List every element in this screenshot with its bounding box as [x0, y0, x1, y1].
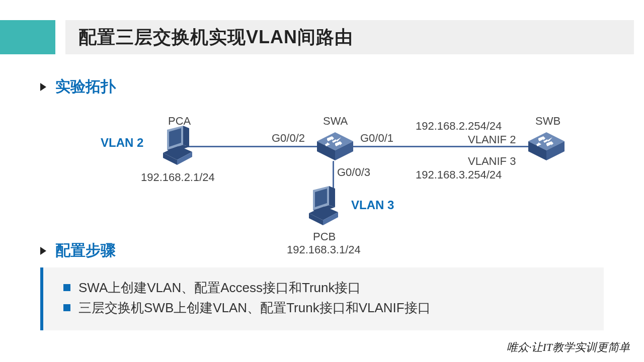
- swa-name: SWA: [323, 115, 348, 128]
- steps-box: SWA上创建VLAN、配置Access接口和Trunk接口 三层交换机SWB上创…: [40, 267, 604, 330]
- section-label: 配置步骤: [55, 240, 116, 261]
- page-title: 配置三层交换机实现VLAN间路由: [78, 25, 353, 50]
- square-bullet-icon: [63, 304, 70, 311]
- footer-slogan: 唯众·让IT教学实训更简单: [507, 340, 630, 355]
- svg-marker-27: [329, 186, 335, 207]
- swa-g3: G0/0/3: [337, 166, 370, 179]
- section-steps: 配置步骤: [40, 240, 116, 261]
- section-topology: 实验拓扑: [40, 76, 116, 97]
- swa-g1: G0/0/1: [360, 132, 393, 145]
- vlan2-label: VLAN 2: [101, 136, 143, 150]
- swb-vlanif2-ip: 192.168.2.254/24: [416, 120, 502, 133]
- swb-vlanif3-ip: 192.168.3.254/24: [416, 168, 502, 182]
- pcb-ip: 192.168.3.1/24: [287, 243, 361, 256]
- section-label: 实验拓扑: [55, 76, 116, 97]
- step-text: 三层交换机SWB上创建VLAN、配置Trunk接口和VLANIF接口: [78, 298, 431, 318]
- topology-diagram: PCA 192.168.2.1/24 VLAN 2 SWITCH SWA G0/…: [40, 106, 604, 261]
- swb-name: SWB: [535, 115, 560, 128]
- swb-vlanif3-label: VLANIF 3: [468, 155, 516, 168]
- svg-marker-4: [183, 126, 189, 147]
- pc-icon-pcb: [302, 186, 342, 226]
- step-item: 三层交换机SWB上创建VLAN、配置Trunk接口和VLANIF接口: [63, 298, 589, 318]
- pca-ip: 192.168.2.1/24: [141, 171, 215, 184]
- step-text: SWA上创建VLAN、配置Access接口和Trunk接口: [78, 278, 361, 298]
- swb-vlanif2-label: VLANIF 2: [468, 133, 516, 146]
- square-bullet-icon: [63, 284, 70, 291]
- vlan3-label: VLAN 3: [351, 198, 394, 212]
- title-bar: 配置三层交换机实现VLAN间路由: [65, 20, 634, 54]
- switch-icon-swb: SWITCH: [523, 128, 569, 163]
- triangle-icon: [40, 83, 46, 91]
- swa-g2: G0/0/2: [272, 132, 305, 145]
- pca-name: PCA: [168, 115, 191, 128]
- step-item: SWA上创建VLAN、配置Access接口和Trunk接口: [63, 278, 589, 298]
- triangle-icon: [40, 247, 46, 255]
- link-pca-swa: [181, 146, 322, 147]
- pc-icon-pca: [156, 126, 196, 166]
- accent-block: [0, 20, 55, 54]
- pcb-name: PCB: [313, 230, 336, 243]
- switch-icon-swa: SWITCH: [312, 128, 357, 163]
